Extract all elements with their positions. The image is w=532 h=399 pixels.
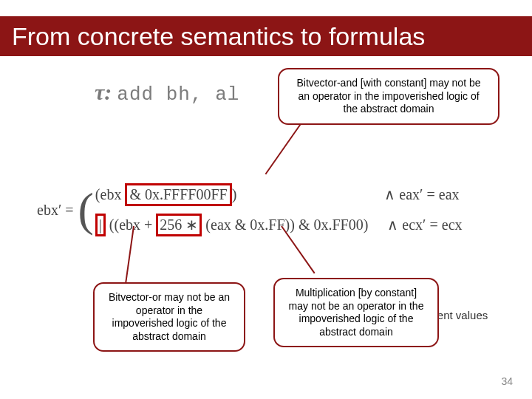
tau-symbol: τ:: [95, 80, 112, 104]
formula-line-2: | ((ebx + 256 ∗ (eax & 0x.FF)) & 0x.FF00…: [95, 214, 463, 236]
tau-expression: τ: add bh, al: [95, 80, 239, 106]
brace-icon: (: [78, 191, 94, 228]
pointer-and: [265, 119, 304, 174]
line2-tail: ∧ ecx′ = ecx: [387, 216, 462, 233]
callout-bitvector-or: Bitvector-or may not be an operator in t…: [93, 282, 245, 352]
line2-a: ((ebx +: [106, 216, 156, 233]
callout-multiplication: Multiplication [by constant] may not be …: [273, 278, 439, 347]
highlight-or: |: [95, 214, 106, 236]
highlight-and: & 0x.FFFF00FF: [125, 183, 231, 206]
formula-lhs: ebx′ =: [37, 202, 74, 219]
highlight-mul: 256 ∗: [156, 214, 202, 236]
line1-paren: ): [232, 186, 237, 202]
title-bar: From concrete semantics to formulas: [0, 16, 532, 56]
slide: From concrete semantics to formulas τ: a…: [0, 0, 532, 399]
line1-tail: ∧ eax′ = eax: [384, 186, 459, 202]
formula-block: ebx′ = ( (ebx & 0x.FFFF00FF) ∧ eax′ = ea…: [37, 183, 463, 236]
instruction-text: add bh, al: [117, 83, 239, 106]
formula-line-1: (ebx & 0x.FFFF00FF) ∧ eax′ = eax: [95, 183, 463, 206]
formula-lines: (ebx & 0x.FFFF00FF) ∧ eax′ = eax | ((ebx…: [95, 183, 463, 236]
line1-prefix: (ebx: [95, 186, 126, 202]
slide-title: From concrete semantics to formulas: [12, 22, 425, 51]
callout-bitvector-and: Bitvector-and [with constant] may not be…: [278, 68, 499, 125]
page-number: 34: [501, 375, 513, 387]
